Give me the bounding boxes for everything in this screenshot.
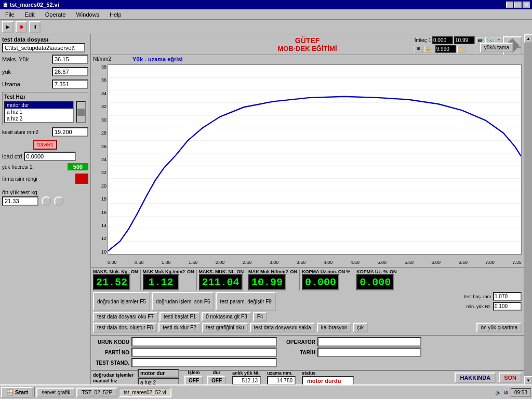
zoom-val[interactable] bbox=[435, 45, 456, 53]
close-button[interactable]: ✕ bbox=[523, 2, 530, 8]
clock: 09:53 bbox=[511, 388, 531, 397]
hiz-item-a-hiz-2[interactable]: a hız 2 bbox=[5, 115, 73, 122]
sifir-noktasi-f3[interactable]: 0 noktasına git F3 bbox=[202, 312, 251, 322]
parti-no-input[interactable] bbox=[131, 348, 277, 357]
urun-kodu-input[interactable] bbox=[131, 337, 277, 347]
kesit-label: kesit alanı mm2 bbox=[2, 129, 38, 135]
on-yuk-radio-1[interactable] bbox=[42, 196, 51, 206]
taskbar-item-servet-grafik[interactable]: servet-grafik bbox=[36, 388, 75, 397]
tarih-input[interactable] bbox=[317, 348, 421, 357]
grid-btn[interactable]: ⊞ bbox=[415, 46, 423, 53]
imle-val2[interactable] bbox=[454, 36, 475, 44]
yuk-value[interactable] bbox=[52, 67, 88, 76]
lock-btn[interactable]: 🔒 bbox=[424, 46, 432, 53]
f4-button[interactable]: F4 bbox=[253, 312, 268, 322]
test-data-path[interactable] bbox=[2, 43, 85, 52]
scroll-up-btn[interactable]: ▲ bbox=[524, 34, 532, 43]
test-data-dosyasi-f7[interactable]: test data dosyası oku F7 bbox=[93, 312, 158, 322]
bottom-status-bar: doğrudan işlemler manuel hız motor dur a… bbox=[91, 370, 524, 384]
hakkinda-button[interactable]: HAKKINDA bbox=[455, 373, 496, 383]
x-axis-ticks: 0.00 0.50 1.00 1.50 2.00 2.50 3.00 3.50 … bbox=[108, 260, 522, 265]
menu-edit[interactable]: Edit bbox=[22, 10, 38, 19]
parti-no-label: PARTİ NO bbox=[93, 350, 129, 355]
start-button[interactable]: 🪟 Start bbox=[1, 387, 33, 398]
hiz-item-motor-dur[interactable]: motor dur bbox=[5, 102, 73, 109]
chart-area: Nt/mm2 Yük - uzama eğrisi 38 36 34 32 30… bbox=[91, 55, 524, 267]
uzama-mm-value: 14.780 bbox=[267, 376, 296, 385]
data-bar: MAKS. Muk. Kg. ON 21.52 MAK Muk Kg./mm2 … bbox=[91, 267, 524, 335]
maks-muk-nt-on: ON bbox=[237, 269, 244, 274]
load-ctrl-value[interactable] bbox=[24, 152, 76, 161]
mak-muk-mm2-on: ON bbox=[187, 269, 194, 274]
tarih-label: TARİH bbox=[279, 350, 315, 355]
kalibrasyon-button[interactable]: kalibrasyon bbox=[317, 323, 352, 332]
test-data-olustur-f8[interactable]: test data dos. oluştur F8 bbox=[93, 323, 157, 332]
dogrudan-islemler-f5[interactable]: doğrudan işlemler F5 bbox=[93, 292, 150, 311]
travers-button[interactable]: travers bbox=[33, 140, 58, 150]
hiz-item-a-hiz-1[interactable]: a hız 1 bbox=[5, 109, 73, 115]
test-hizi-listbox[interactable]: motor dur a hız 1 a hız 2 bbox=[4, 101, 74, 123]
run-button[interactable]: ▶ bbox=[2, 21, 14, 33]
kopma-uz-on: ON bbox=[338, 269, 345, 274]
menu-help[interactable]: Help bbox=[107, 10, 125, 19]
pan-btn[interactable]: ✋ bbox=[457, 46, 466, 53]
operator-input[interactable] bbox=[317, 337, 421, 347]
scrollbar[interactable]: ▲ ▼ bbox=[524, 34, 532, 384]
yuk-uzama-button[interactable]: yük/uzama bbox=[480, 43, 513, 52]
taskbar-item-mares[interactable]: tst_mares02_52.vi bbox=[118, 388, 171, 397]
anlik-yuk-value: 512.13 bbox=[232, 376, 261, 385]
chart-title: Yük - uzama eğrisi bbox=[132, 56, 183, 62]
firma-isim-label: firma isim rengi bbox=[2, 176, 37, 182]
operator-label: OPERATÖR bbox=[279, 339, 315, 345]
test-bas-value[interactable] bbox=[493, 292, 522, 301]
uzama-section: uzama mm. 14.780 bbox=[267, 370, 296, 385]
on-yuk-label: ön yük test kg bbox=[2, 189, 88, 195]
right-area: GÜTEF MOB-DEK EĞİTİMİ İmleç 1 📷 🔍 + ⊞ 🔒 bbox=[91, 34, 524, 384]
yuk-hucresi-row: yük hücresi 2 500 bbox=[2, 163, 88, 170]
minimize-button[interactable]: ─ bbox=[506, 2, 513, 8]
kopma-uz-label: KOPMA Uz.mm. bbox=[302, 269, 337, 274]
on-yuk-cikartma[interactable]: ön yük çıkartma bbox=[476, 323, 522, 332]
on-yuk-value[interactable] bbox=[2, 196, 38, 206]
min-yuk-label: min. yük Nt. bbox=[466, 304, 491, 309]
test-param-f9[interactable]: test param. değiştir F9 bbox=[216, 292, 275, 311]
test-stand-input[interactable] bbox=[131, 358, 277, 367]
record-button[interactable]: ⏺ bbox=[16, 21, 27, 33]
pause-button[interactable]: ⏸ bbox=[29, 21, 41, 33]
menu-file[interactable]: File bbox=[2, 10, 18, 19]
travers-section: travers bbox=[2, 140, 88, 150]
test-data-sakla[interactable]: test data dosyasını sakla bbox=[250, 323, 315, 332]
dogrudan-islem-son-f6[interactable]: doğrudan işlem. son F6 bbox=[152, 292, 215, 311]
dur-label: dur bbox=[213, 370, 221, 375]
urun-kodu-row: ÜRÜN KODU OPERATÖR bbox=[93, 337, 522, 347]
islem-section: İşlem OFF bbox=[184, 370, 203, 385]
kopma-uz-value: 0.000 bbox=[302, 274, 339, 290]
menu-windows[interactable]: Windows bbox=[73, 10, 102, 19]
test-bas-row: test baş. mm bbox=[464, 292, 522, 301]
on-yuk-radio-2[interactable] bbox=[54, 196, 63, 206]
mak-muk-nt-mm2-label: MAK Muk Nt/mm2 bbox=[248, 269, 288, 274]
taskbar-item-tst[interactable]: TST_02_52P bbox=[76, 388, 117, 397]
action-buttons: HAKKINDA SON bbox=[455, 373, 522, 383]
header-area: GÜTEF MOB-DEK EĞİTİMİ İmleç 1 📷 🔍 + ⊞ 🔒 bbox=[91, 34, 524, 55]
kesit-value[interactable] bbox=[52, 127, 88, 137]
taskbar-divider bbox=[34, 387, 35, 397]
motor-display-1[interactable]: motor dur bbox=[138, 369, 179, 378]
cik-button[interactable]: çık bbox=[353, 323, 368, 332]
imle-val1[interactable] bbox=[432, 36, 453, 44]
sep3 bbox=[246, 270, 246, 290]
test-grafigini-oku[interactable]: test grafiğini oku bbox=[202, 323, 248, 332]
maks-muk-kg-item: MAKS. Muk. Kg. ON 21.52 bbox=[93, 269, 138, 290]
scroll-down-btn[interactable]: ▼ bbox=[524, 376, 532, 384]
maximize-button[interactable]: □ bbox=[514, 2, 522, 8]
testi-baslat-f1[interactable]: testi başlat F1 bbox=[159, 312, 200, 322]
firma-isim-color[interactable] bbox=[75, 174, 88, 184]
maks-yuk-value[interactable] bbox=[52, 55, 88, 64]
test-hizi-section: Test Hızı motor dur a hız 1 a hız 2 bbox=[2, 92, 88, 125]
min-yuk-value[interactable] bbox=[493, 302, 522, 311]
menu-operate[interactable]: Operate bbox=[42, 10, 69, 19]
testi-durdur-f2[interactable]: testi durdur F2 bbox=[158, 323, 200, 332]
son-button[interactable]: SON bbox=[499, 373, 522, 383]
maks-muk-kg-on: ON bbox=[131, 269, 138, 274]
uzama-value[interactable] bbox=[52, 79, 88, 89]
